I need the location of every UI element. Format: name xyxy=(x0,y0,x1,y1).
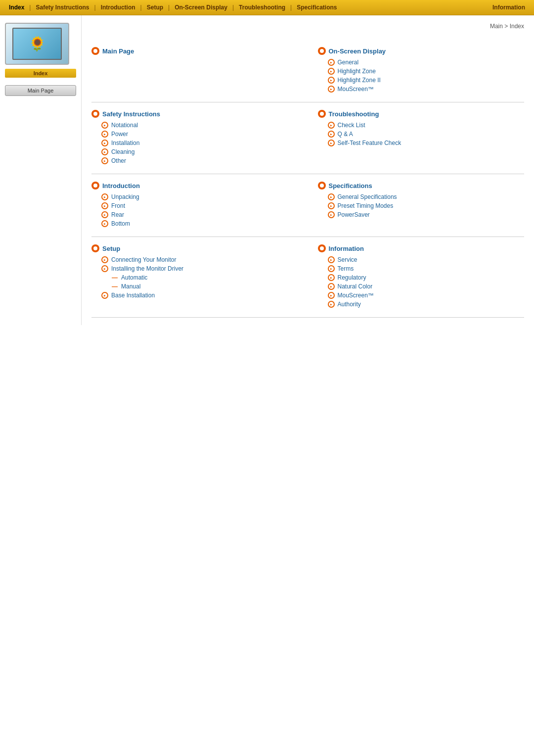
arrow-icon xyxy=(328,256,335,263)
nav-introduction[interactable]: Introduction xyxy=(97,3,139,12)
info-regulatory-link[interactable]: Regulatory xyxy=(338,274,366,281)
intro-unpacking-link[interactable]: Unpacking xyxy=(111,193,139,200)
main-page-icon xyxy=(91,47,99,55)
specifications-link[interactable]: Specifications xyxy=(329,182,372,189)
safety-cleaning-link[interactable]: Cleaning xyxy=(111,148,134,155)
list-item: Q & A xyxy=(328,131,520,138)
arrow-icon xyxy=(328,77,335,84)
list-item: Bottom xyxy=(101,220,298,227)
nav-setup[interactable]: Setup xyxy=(143,3,167,12)
safety-other-link[interactable]: Other xyxy=(111,157,126,164)
list-item: MouScreen™ xyxy=(328,86,520,93)
section-introduction: Introduction Unpacking Front Rear xyxy=(91,174,308,237)
list-item: Other xyxy=(101,157,298,164)
setup-connecting-link[interactable]: Connecting Your Monitor xyxy=(111,256,176,263)
info-terms-link[interactable]: Terms xyxy=(338,265,354,272)
safety-notational-link[interactable]: Notational xyxy=(111,122,138,129)
list-item: Unpacking xyxy=(101,193,298,200)
osd-highlight-zone-ii-link[interactable]: Highlight Zone II xyxy=(338,77,381,84)
info-service-link[interactable]: Service xyxy=(338,256,357,263)
list-item: Check List xyxy=(328,122,520,129)
trouble-qa-link[interactable]: Q & A xyxy=(338,131,353,138)
nav-information[interactable]: Information xyxy=(489,3,529,12)
list-item: Connecting Your Monitor xyxy=(101,256,298,263)
list-item: General xyxy=(328,59,520,66)
information-icon xyxy=(318,244,326,252)
intro-front-link[interactable]: Front xyxy=(111,202,125,209)
specifications-sub-items: General Specifications Preset Timing Mod… xyxy=(318,193,520,218)
arrow-icon xyxy=(101,220,108,227)
arrow-icon xyxy=(101,193,108,200)
osd-mouscreen-link[interactable]: MouScreen™ xyxy=(338,86,374,93)
safety-installation-link[interactable]: Installation xyxy=(111,140,139,146)
list-item: Terms xyxy=(328,265,520,272)
monitor-screen: 🌻 xyxy=(12,28,62,60)
safety-icon xyxy=(91,110,99,118)
list-item: MouScreen™ xyxy=(328,292,520,299)
main-page-link[interactable]: Main Page xyxy=(102,47,134,55)
setup-manual-link[interactable]: Manual xyxy=(121,283,140,290)
troubleshooting-icon xyxy=(318,110,326,118)
nav-safety[interactable]: Safety Instructions xyxy=(32,3,93,12)
information-link[interactable]: Information xyxy=(329,245,364,252)
list-item: Authority xyxy=(328,301,520,308)
section-title-information: Information xyxy=(318,244,520,252)
list-item: Preset Timing Modes xyxy=(328,202,520,209)
introduction-link[interactable]: Introduction xyxy=(102,182,140,189)
section-specifications: Specifications General Specifications Pr… xyxy=(308,174,525,237)
osd-link[interactable]: On-Screen Display xyxy=(329,47,386,55)
intro-rear-link[interactable]: Rear xyxy=(111,211,124,218)
list-item: Installing the Monitor Driver xyxy=(101,265,298,272)
setup-link[interactable]: Setup xyxy=(102,245,120,252)
troubleshooting-link[interactable]: Troubleshooting xyxy=(329,110,379,118)
section-title-introduction: Introduction xyxy=(91,182,298,189)
spec-general-link[interactable]: General Specifications xyxy=(338,193,397,200)
sidebar-index-label: Index xyxy=(5,69,76,78)
section-title-main-page: Main Page xyxy=(91,47,298,55)
list-item: Installation xyxy=(101,140,298,146)
main-page-button[interactable]: Main Page xyxy=(5,85,76,96)
safety-link[interactable]: Safety Instructions xyxy=(102,110,160,118)
arrow-icon xyxy=(101,211,108,218)
section-information: Information Service Terms Regulatory xyxy=(308,237,525,318)
arrow-icon xyxy=(101,140,108,146)
flower-decoration: 🌻 xyxy=(29,36,46,52)
trouble-checklist-link[interactable]: Check List xyxy=(338,122,365,129)
arrow-icon xyxy=(328,292,335,299)
nav-osd[interactable]: On-Screen Display xyxy=(171,3,231,12)
info-naturalcolor-link[interactable]: Natural Color xyxy=(338,283,373,290)
arrow-icon xyxy=(328,265,335,272)
info-authority-link[interactable]: Authority xyxy=(338,301,361,308)
arrow-icon xyxy=(101,265,108,272)
arrow-icon xyxy=(101,131,108,138)
osd-highlight-zone-link[interactable]: Highlight Zone xyxy=(338,68,376,75)
nav-specifications[interactable]: Specifications xyxy=(293,3,341,12)
nav-index[interactable]: Index xyxy=(5,3,28,12)
setup-installing-link[interactable]: Installing the Monitor Driver xyxy=(111,265,183,272)
arrow-icon xyxy=(328,301,335,308)
list-item: Power xyxy=(101,131,298,138)
safety-power-link[interactable]: Power xyxy=(111,131,128,138)
setup-automatic-link[interactable]: Automatic xyxy=(121,274,147,281)
intro-bottom-link[interactable]: Bottom xyxy=(111,220,130,227)
monitor-image: 🌻 xyxy=(5,23,69,65)
setup-icon xyxy=(91,244,99,252)
nav-troubleshooting[interactable]: Troubleshooting xyxy=(235,3,289,12)
spec-preset-link[interactable]: Preset Timing Modes xyxy=(338,202,394,209)
spec-powersaver-link[interactable]: PowerSaver xyxy=(338,211,370,218)
list-item: General Specifications xyxy=(328,193,520,200)
arrow-icon xyxy=(328,140,335,146)
section-osd: On-Screen Display General Highlight Zone… xyxy=(308,40,525,102)
list-item: — Manual xyxy=(101,283,298,290)
arrow-icon xyxy=(328,122,335,129)
safety-sub-items: Notational Power Installation Cleaning xyxy=(91,122,298,164)
arrow-icon xyxy=(328,274,335,281)
arrow-icon xyxy=(328,68,335,75)
arrow-icon xyxy=(328,211,335,218)
arrow-icon xyxy=(328,283,335,290)
setup-base-link[interactable]: Base Installation xyxy=(111,292,155,299)
list-item: Regulatory xyxy=(328,274,520,281)
osd-general-link[interactable]: General xyxy=(338,59,359,66)
info-mouscreen-link[interactable]: MouScreen™ xyxy=(338,292,374,299)
trouble-selftest-link[interactable]: Self-Test Feature Check xyxy=(338,140,401,146)
